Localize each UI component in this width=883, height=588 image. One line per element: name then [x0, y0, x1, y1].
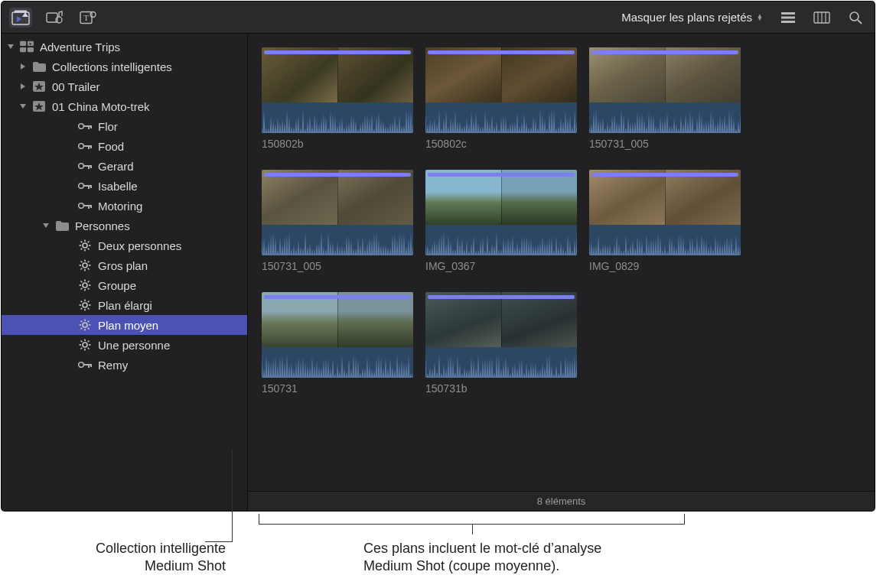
- sidebar-item-une-personne[interactable]: Une personne: [2, 335, 247, 355]
- gear-icon: [78, 318, 92, 332]
- svg-rect-46: [90, 185, 92, 188]
- audio-waveform: [425, 102, 577, 133]
- sidebar-item-label: Remy: [96, 359, 128, 372]
- sidebar-item-00-trailer[interactable]: 00 Trailer: [2, 76, 247, 96]
- svg-point-61: [83, 263, 87, 268]
- sidebar-item-label: Groupe: [96, 279, 136, 292]
- sidebar-item-remy[interactable]: Remy: [2, 355, 247, 375]
- clip-filter-label: Masquer les plans rejetés: [621, 11, 752, 24]
- media-library-button[interactable]: [9, 8, 32, 28]
- sidebar-item-label: Food: [96, 140, 124, 153]
- svg-line-57: [81, 242, 83, 243]
- svg-line-87: [81, 308, 83, 310]
- svg-point-52: [83, 243, 87, 248]
- folder-icon: [32, 60, 46, 73]
- keyword-marker: [428, 295, 575, 299]
- sidebar-item-groupe[interactable]: Groupe: [2, 275, 247, 295]
- chevron-down-icon[interactable]: [41, 221, 51, 230]
- clip-item[interactable]: 150731: [262, 292, 413, 395]
- annotation-left-1: Collection intelligente: [27, 540, 226, 557]
- star-icon: [32, 80, 46, 93]
- clip-filmstrip[interactable]: [262, 292, 413, 378]
- clip-filmstrip[interactable]: [262, 47, 413, 133]
- sidebar-item-01-china-moto-trek[interactable]: 01 China Moto-trek: [2, 96, 247, 116]
- svg-point-47: [79, 203, 84, 209]
- star-icon: [32, 99, 46, 113]
- titles-generators-button[interactable]: T: [77, 8, 99, 28]
- clip-filmstrip[interactable]: [425, 47, 577, 133]
- svg-marker-24: [21, 63, 25, 70]
- svg-point-5: [56, 17, 62, 23]
- sidebar-item-label: Gros plan: [96, 259, 148, 272]
- sidebar-item-gerard[interactable]: Gerard: [2, 156, 247, 176]
- chevron-down-icon[interactable]: [18, 102, 28, 111]
- svg-line-75: [81, 281, 83, 283]
- svg-marker-2: [17, 16, 21, 22]
- status-bar: 8 éléments: [248, 491, 875, 511]
- clip-filter-popup[interactable]: Masquer les plans rejetés ▲▼: [618, 9, 766, 25]
- chevron-right-icon[interactable]: [18, 82, 28, 91]
- toolbar: T Masquer les plans rejetés ▲▼: [2, 2, 875, 34]
- audio-waveform: [589, 225, 741, 255]
- sidebar-item-flor[interactable]: Flor: [2, 116, 247, 136]
- audio-waveform: [262, 102, 413, 133]
- clip-item[interactable]: 150802c: [425, 47, 577, 150]
- clip-filmstrip[interactable]: [425, 292, 577, 378]
- sidebar-item-deux-personnes[interactable]: Deux personnes: [2, 236, 247, 255]
- sidebar-item-label: Une personne: [96, 339, 170, 352]
- clip-grid[interactable]: 150802b150802c150731_005150731_005IMG_03…: [248, 34, 875, 491]
- gear-icon: [78, 298, 92, 312]
- annotation-left-2: Medium Shot: [27, 557, 226, 575]
- sidebar-item-food[interactable]: Food: [2, 136, 247, 156]
- sidebar-item-label: Plan élargi: [96, 299, 152, 312]
- clip-item[interactable]: 150802b: [262, 47, 413, 150]
- clip-filmstrip[interactable]: [262, 170, 413, 255]
- keyword-marker: [264, 50, 411, 54]
- key-icon: [78, 139, 92, 153]
- sidebar-item-motoring[interactable]: Motoring: [2, 196, 247, 216]
- svg-point-16: [850, 12, 859, 21]
- svg-line-68: [88, 262, 90, 263]
- library-row[interactable]: Adventure Trips: [2, 37, 247, 57]
- sidebar-item-isabelle[interactable]: Isabelle: [2, 176, 247, 196]
- svg-point-88: [83, 323, 87, 327]
- svg-line-60: [81, 249, 83, 250]
- clip-item[interactable]: 150731b: [425, 292, 577, 395]
- clip-name-label: 150802c: [425, 138, 577, 150]
- search-button[interactable]: [844, 8, 867, 28]
- svg-point-39: [79, 164, 84, 169]
- gear-icon: [78, 278, 92, 292]
- library-sidebar[interactable]: Adventure Trips Collections intelligente…: [2, 34, 248, 511]
- clip-filmstrip[interactable]: [589, 170, 741, 255]
- svg-point-8: [90, 11, 96, 17]
- clip-item[interactable]: IMG_0367: [425, 170, 577, 272]
- svg-marker-3: [22, 12, 28, 17]
- clip-filmstrip[interactable]: [425, 170, 577, 255]
- sidebar-item-gros-plan[interactable]: Gros plan: [2, 255, 247, 275]
- gear-icon: [78, 258, 92, 272]
- sidebar-item-collections-intelligentes[interactable]: Collections intelligentes: [2, 57, 247, 76]
- clip-item[interactable]: 150731_005: [262, 170, 413, 272]
- sidebar-item-plan-moyen[interactable]: Plan moyen: [2, 315, 247, 335]
- keyword-marker: [264, 173, 411, 177]
- svg-line-94: [88, 328, 90, 330]
- clip-filmstrip[interactable]: [589, 47, 741, 133]
- svg-rect-37: [88, 145, 90, 149]
- svg-line-58: [88, 249, 90, 250]
- svg-line-95: [88, 321, 90, 323]
- list-view-button[interactable]: [777, 8, 800, 28]
- clip-item[interactable]: 150731_005: [589, 47, 741, 150]
- clip-item[interactable]: IMG_0829: [589, 170, 741, 272]
- svg-rect-0: [12, 12, 29, 24]
- svg-point-70: [83, 283, 87, 288]
- sidebar-item-plan-largi[interactable]: Plan élargi: [2, 295, 247, 315]
- svg-rect-108: [88, 364, 90, 368]
- svg-line-105: [81, 348, 83, 349]
- sidebar-item-personnes[interactable]: Personnes: [2, 216, 247, 236]
- sidebar-item-label: Flor: [96, 120, 118, 133]
- clip-appearance-button[interactable]: [810, 8, 833, 28]
- photos-audio-button[interactable]: [43, 8, 66, 28]
- chevron-right-icon[interactable]: [18, 62, 28, 71]
- keyword-marker: [591, 50, 738, 54]
- clip-browser: 150802b150802c150731_005150731_005IMG_03…: [248, 34, 875, 511]
